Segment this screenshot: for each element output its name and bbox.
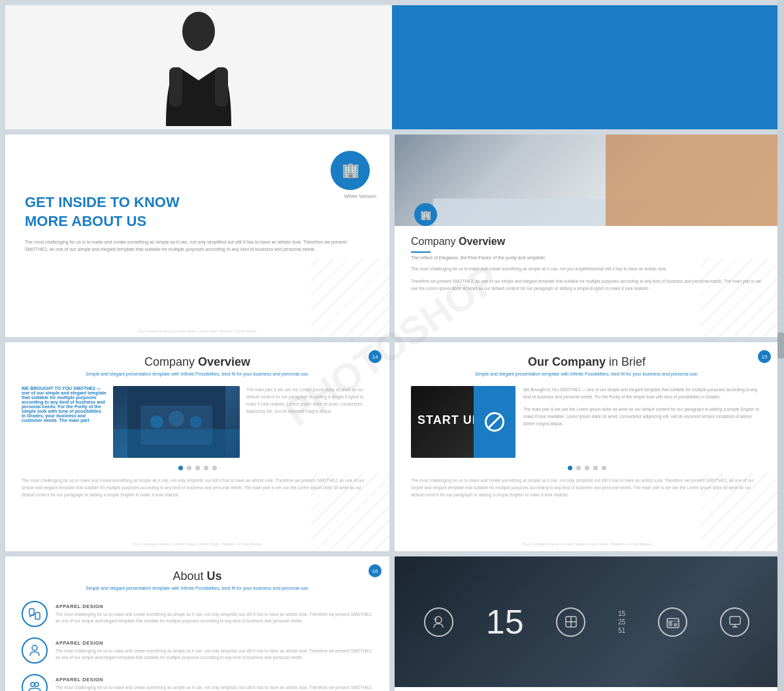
svg-rect-22 bbox=[730, 617, 740, 624]
brief-body-1: We Brought to You SMOTHE2 — one of our s… bbox=[523, 386, 762, 400]
know-content: GET INSIDE TO KNOW MORE ABOUT US The mos… bbox=[25, 148, 370, 253]
biz-icon-3 bbox=[658, 607, 687, 637]
slide-grid: 🏢 White Version GET INSIDE TO KNOW MORE … bbox=[0, 0, 784, 691]
slide-number-badge: 14 bbox=[368, 350, 382, 363]
biz-time: 15 25 51 bbox=[618, 609, 625, 635]
slide-intro bbox=[5, 5, 779, 129]
svg-point-12 bbox=[35, 683, 39, 686]
svg-rect-21 bbox=[674, 623, 678, 626]
startup-text: START UP bbox=[417, 413, 481, 427]
brief-diagonal bbox=[700, 473, 779, 551]
brief-body-2: The main part & we use the Lorem ipsum d… bbox=[523, 406, 762, 427]
comp-right-text: The main part & we use the Lorem ipsum d… bbox=[246, 386, 373, 458]
biz-icon-2 bbox=[556, 607, 585, 637]
biz-number-15: 15 bbox=[486, 602, 524, 641]
slide-overview-right: 🏢 Company Overview The reflect of Elegan… bbox=[395, 135, 779, 337]
comp-overview-heading: Company Overview bbox=[22, 355, 373, 369]
svg-rect-20 bbox=[668, 621, 672, 626]
about-item-2-text: APPAREL DESIGN The most challenging for … bbox=[56, 640, 373, 662]
slide-know: 🏢 White Version GET INSIDE TO KNOW MORE … bbox=[5, 135, 389, 337]
about-icon-1 bbox=[22, 601, 48, 627]
brief-dot-5 bbox=[602, 466, 606, 470]
svg-point-6 bbox=[169, 411, 184, 426]
svg-point-11 bbox=[31, 683, 35, 686]
overview-heading: Company Overview bbox=[411, 236, 762, 248]
startup-image: START UP bbox=[411, 386, 515, 458]
person-silhouette-icon bbox=[153, 8, 244, 126]
svg-point-10 bbox=[32, 645, 37, 651]
svg-rect-1 bbox=[169, 67, 182, 106]
brief-heading: Our Company in Brief bbox=[411, 355, 762, 369]
diagonal-decoration bbox=[311, 259, 389, 337]
brief-text-content: We Brought to You SMOTHE2 — one of our s… bbox=[523, 386, 762, 427]
meeting-svg bbox=[113, 386, 240, 458]
business-icons-overlay: 15 15 25 51 bbox=[395, 556, 779, 687]
slide-brief: 15 Our Company in Brief Simple and elega… bbox=[395, 342, 779, 551]
dots-row bbox=[22, 466, 373, 470]
about-item-3-text: APPAREL DESIGN The most challenging for … bbox=[56, 677, 373, 691]
brief-badge: 15 bbox=[758, 350, 771, 363]
slide-intro-right bbox=[392, 5, 779, 129]
about-item-3-title: APPAREL DESIGN bbox=[56, 677, 373, 683]
about-badge: 16 bbox=[368, 564, 382, 577]
brief-content: START UP We Brought to You SMOTHE2 — one… bbox=[411, 386, 762, 458]
dot-4 bbox=[204, 466, 208, 470]
brief-dot-3 bbox=[585, 466, 589, 470]
slide-intro-left bbox=[5, 5, 392, 129]
svg-rect-2 bbox=[215, 67, 228, 106]
svg-rect-9 bbox=[35, 613, 40, 619]
business-content: Our Company Business Model Simple and el… bbox=[395, 687, 779, 691]
comp-meeting-image bbox=[113, 386, 240, 458]
startup-blue-block bbox=[474, 386, 515, 458]
about-item-1-text: APPAREL DESIGN The most challenging for … bbox=[56, 603, 373, 625]
brief-dot-1 bbox=[568, 466, 572, 470]
comp-left-text: WE BROUGHT TO YOU SMOTHE2 — one of our s… bbox=[22, 386, 106, 458]
business-image: 15 15 25 51 bbox=[395, 556, 779, 687]
dot-5 bbox=[212, 466, 217, 470]
brief-dot-4 bbox=[593, 466, 598, 470]
no-sign-icon bbox=[485, 412, 504, 432]
about-item-2: APPAREL DESIGN The most challenging for … bbox=[22, 637, 373, 664]
dot-2 bbox=[187, 466, 191, 470]
overview-bg-image bbox=[395, 135, 779, 226]
dot-1 bbox=[178, 466, 183, 470]
scrollbar-thumb[interactable] bbox=[777, 332, 784, 359]
about-icon-2 bbox=[22, 637, 48, 664]
brief-dot-2 bbox=[576, 466, 581, 470]
building-icon: 🏢 bbox=[331, 151, 370, 190]
about-item-1-title: APPAREL DESIGN bbox=[56, 603, 373, 609]
brief-dots bbox=[411, 466, 762, 470]
know-body-text: The most challenging for us is to make a… bbox=[25, 238, 370, 253]
biz-icon-4 bbox=[720, 607, 749, 637]
biz-icon-1 bbox=[424, 607, 453, 637]
comp-blue-text: WE BROUGHT TO YOU SMOTHE2 — one of our s… bbox=[22, 386, 106, 423]
about-subtitle: Simple and elegant presentation template… bbox=[22, 586, 373, 590]
about-icon-3 bbox=[22, 674, 48, 691]
about-item-1: APPAREL DESIGN The most challenging for … bbox=[22, 601, 373, 627]
comp-body-text: The main part & we use the Lorem ipsum d… bbox=[246, 386, 373, 415]
hand-image bbox=[606, 135, 779, 226]
diagonal-deco-2 bbox=[311, 473, 389, 551]
slide-about: 16 About Us Simple and elegant presentat… bbox=[5, 556, 389, 691]
about-item-1-desc: The most challenging for us to make and … bbox=[56, 611, 373, 625]
white-version-label: White Version bbox=[344, 193, 376, 199]
svg-point-7 bbox=[190, 416, 202, 428]
about-item-3-desc: The most challenging for us to make and … bbox=[56, 684, 373, 691]
about-item-2-title: APPAREL DESIGN bbox=[56, 640, 373, 646]
about-item-3: APPAREL DESIGN The most challenging for … bbox=[22, 674, 373, 691]
about-item-2-desc: The most challenging for us to make and … bbox=[56, 648, 373, 662]
comp-overview-subtitle: Simple and elegant presentation template… bbox=[22, 372, 373, 376]
know-heading: GET INSIDE TO KNOW MORE ABOUT US bbox=[25, 193, 180, 231]
about-heading: About Us bbox=[22, 570, 373, 583]
separator bbox=[411, 251, 431, 253]
diagonal-deco bbox=[700, 259, 779, 337]
know-footer: Your Company Name | Lorem Street, Lorem … bbox=[5, 329, 389, 333]
svg-point-5 bbox=[150, 415, 163, 428]
brief-subtitle: Simple and elegant presentation template… bbox=[411, 372, 762, 376]
comp-image-row: WE BROUGHT TO YOU SMOTHE2 — one of our s… bbox=[22, 386, 373, 458]
overview-icon: 🏢 bbox=[414, 203, 437, 226]
slide-comp-overview: 14 Company Overview Simple and elegant p… bbox=[5, 342, 389, 551]
scrollbar[interactable] bbox=[777, 0, 784, 691]
svg-point-0 bbox=[182, 12, 215, 51]
slide-business: 17 15 15 25 51 bbox=[395, 556, 779, 691]
